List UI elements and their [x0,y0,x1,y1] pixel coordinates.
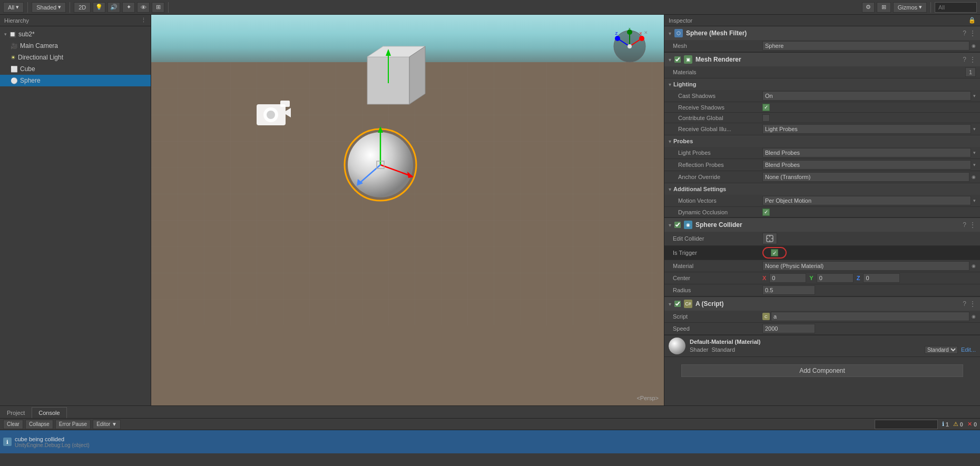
svg-marker-8 [409,46,425,104]
script-header[interactable]: ▾ C# A (Script) ? ⋮ [664,297,980,311]
radius-input[interactable] [762,285,815,295]
center-xyz-container: X Y Z [762,273,976,283]
tab-console[interactable]: Console [32,407,66,418]
probes-arrow-icon: ▾ [669,138,671,144]
inspector-lock-icon[interactable]: 🔒 [968,17,976,24]
2d-button[interactable]: 2D [74,2,91,13]
shading-dropdown[interactable]: Shaded ▾ [32,2,66,13]
materials-count: 1 [965,67,976,77]
edit-material-link[interactable]: Edit... [961,346,976,353]
shading-label: Shaded [36,4,56,11]
mesh-filter-icon: ⬡ [674,29,683,37]
script-property-row: Script C a ◉ [664,311,980,323]
shader-value: Standard [711,346,735,353]
top-toolbar: All ▾ Shaded ▾ 2D 💡 🔊 ✦ 👁 ⊞ ⚙ ⊞ Gizmos ▾ [0,0,980,15]
materials-label: Materials [673,69,762,75]
script-dropdown-icon: ◉ [972,314,976,319]
script-icon: C# [684,300,692,308]
mesh-filter-settings-icon[interactable]: ⋮ [969,29,976,37]
contribute-global-checkbox[interactable] [762,114,770,122]
script-file-icon: C [762,313,770,320]
light-probes-value-container[interactable]: Blend Probes ▾ [762,148,976,157]
edit-material-dropdown: Standard [925,346,958,354]
audio-toggle[interactable]: 🔊 [107,2,120,13]
info-count: 1 [946,421,949,428]
script-enabled-checkbox[interactable] [674,301,681,307]
mesh-filter-header[interactable]: ▾ ⬡ Sphere (Mesh Filter) ? ⋮ [664,26,980,40]
sphere-collider-header[interactable]: ▾ ◉ Sphere Collider ? ⋮ [664,218,980,232]
console-right: ℹ 1 ⚠ 0 ✕ 0 [875,420,977,429]
tab-project[interactable]: Project [0,407,32,418]
clear-button[interactable]: Clear [3,420,23,429]
error-count: 0 [974,421,977,428]
gizmos-btn[interactable]: Gizmos ▾ [893,2,927,13]
center-y-input[interactable] [817,273,854,283]
cast-shadows-value-container[interactable]: On ▾ [762,91,976,101]
scene-search-input[interactable] [935,2,977,13]
scene-view[interactable]: X Y Z ✕ <Persp> [151,15,664,405]
is-trigger-checkbox[interactable]: ✓ [771,249,778,256]
script-settings-icon[interactable]: ⋮ [969,300,976,308]
camera-svg [249,96,296,133]
mesh-renderer-enabled-checkbox[interactable] [674,56,681,63]
lighting-fold[interactable]: ▾ Lighting [664,78,980,90]
hierarchy-header: Hierarchy ⋮ [0,15,151,26]
hierarchy-menu-icon[interactable]: ⋮ [141,17,146,24]
edit-collider-button[interactable] [762,233,777,244]
hierarchy-scene-root[interactable]: ▾ 🔲 sub2* [0,28,151,40]
collapse-button[interactable]: Collapse [25,420,53,429]
console-entry-0[interactable]: ℹ cube being collided UnityEngine.Debug:… [0,430,980,453]
effects-toggle[interactable]: ✦ [122,2,135,13]
scene-arrow-icon: ▾ [4,32,7,37]
error-pause-button[interactable]: Error Pause [55,420,91,429]
add-component-button[interactable]: Add Component [681,364,963,377]
center-x-input[interactable] [769,273,806,283]
sphere-collider-help-icon[interactable]: ? [963,221,966,229]
center-z-input[interactable] [863,273,900,283]
dynamic-occlusion-checkbox[interactable]: ✓ [762,209,770,216]
console-search-input[interactable] [875,420,938,429]
script-title: A (Script) [695,300,724,308]
receive-shadows-checkbox[interactable]: ✓ [762,104,770,111]
probes-fold[interactable]: ▾ Probes [664,135,980,147]
material-section: Default-Material (Material) Shader Stand… [664,335,980,357]
additional-settings-fold[interactable]: ▾ Additional Settings [664,183,980,195]
hierarchy-item-cube[interactable]: ⬜ Cube [0,63,151,75]
script-arrow-icon: ▾ [669,301,671,307]
game-object-menu[interactable]: ⚙ [862,2,875,13]
cast-shadows-row: Cast Shadows On ▾ [664,90,980,102]
all-dropdown[interactable]: All ▾ [3,2,24,13]
error-count-badge: ✕ 0 [967,421,977,428]
mesh-renderer-header[interactable]: ▾ ▣ Mesh Renderer ? ⋮ [664,53,980,66]
layers-btn[interactable]: ⊞ [877,2,891,13]
reflection-probes-value-container[interactable]: Blend Probes ▾ [762,160,976,170]
hidden-toggle[interactable]: 👁 [137,2,150,13]
radius-row: Radius [664,284,980,296]
script-help-icon[interactable]: ? [963,300,966,308]
receive-global-value-container[interactable]: Light Probes ▾ [762,124,976,134]
lighting-toggle[interactable]: 💡 [93,2,105,13]
mesh-filter-help-icon[interactable]: ? [963,29,966,37]
hierarchy-item-main-camera[interactable]: 🎥 Main Camera [0,40,151,52]
shader-select[interactable]: Standard [925,346,958,354]
motion-vectors-value-container[interactable]: Per Object Motion ▾ [762,196,976,205]
all-label: All [8,4,14,11]
hierarchy-item-directional-light[interactable]: ☀ Directional Light [0,52,151,63]
material-collider-value-container[interactable]: None (Physic Material) ◉ [762,261,976,271]
bottom-area: Project Console Clear Collapse Error Pau… [0,405,980,466]
sphere-collider-enabled-checkbox[interactable] [674,222,681,228]
mesh-filter-title: Sphere (Mesh Filter) [686,29,747,37]
radius-label: Radius [673,287,762,293]
editor-button[interactable]: Editor ▼ [93,420,121,429]
mesh-renderer-settings-icon[interactable]: ⋮ [969,56,976,63]
material-sphere-preview [669,338,685,354]
anchor-override-value-container[interactable]: None (Transform) ◉ [762,172,976,182]
reflection-probes-label: Reflection Probes [673,162,762,168]
reflection-probes-value: Blend Probes [762,160,971,170]
material-collider-row: Material None (Physic Material) ◉ [664,260,980,272]
hierarchy-item-sphere[interactable]: ⚪ Sphere [0,75,151,86]
grid-toggle[interactable]: ⊞ [152,2,164,13]
mesh-renderer-help-icon[interactable]: ? [963,56,966,63]
speed-input[interactable] [762,324,815,333]
sphere-collider-settings-icon[interactable]: ⋮ [969,221,976,229]
